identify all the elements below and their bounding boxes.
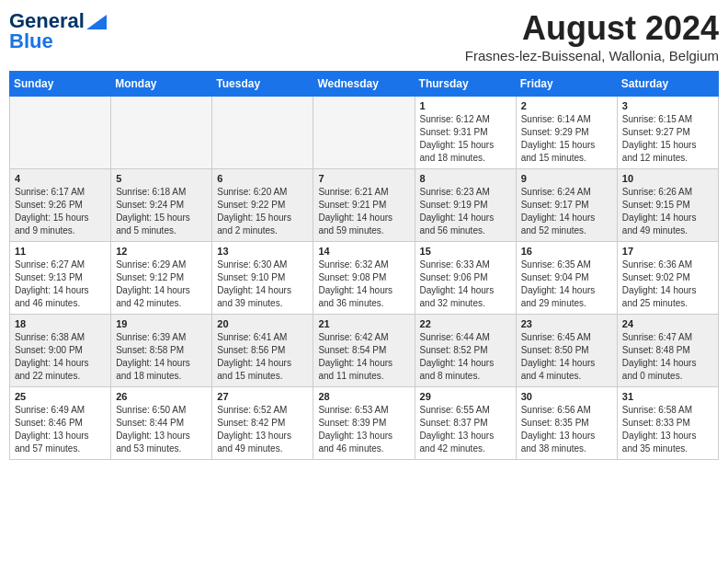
- day-number: 28: [318, 391, 409, 402]
- day-info: Sunrise: 6:35 AMSunset: 9:04 PMDaylight:…: [521, 259, 612, 310]
- calendar-cell: 24Sunrise: 6:47 AMSunset: 8:48 PMDayligh…: [617, 315, 718, 387]
- day-info: Sunrise: 6:23 AMSunset: 9:19 PMDaylight:…: [420, 186, 511, 237]
- calendar-week-2: 4Sunrise: 6:17 AMSunset: 9:26 PMDaylight…: [10, 169, 719, 242]
- day-number: 12: [116, 246, 207, 257]
- calendar-cell: 25Sunrise: 6:49 AMSunset: 8:46 PMDayligh…: [10, 387, 111, 460]
- page-header: General Blue August 2024 Frasnes-lez-Bui…: [9, 9, 719, 63]
- day-info: Sunrise: 6:15 AMSunset: 9:27 PMDaylight:…: [622, 113, 713, 165]
- svg-marker-0: [86, 15, 107, 29]
- day-number: 6: [217, 173, 308, 184]
- header-wednesday: Wednesday: [313, 72, 415, 97]
- day-info: Sunrise: 6:50 AMSunset: 8:44 PMDaylight:…: [116, 404, 207, 455]
- day-number: 13: [217, 246, 308, 257]
- day-info: Sunrise: 6:39 AMSunset: 8:58 PMDaylight:…: [116, 331, 207, 383]
- calendar-cell: 10Sunrise: 6:26 AMSunset: 9:15 PMDayligh…: [617, 169, 718, 242]
- calendar-cell: 20Sunrise: 6:41 AMSunset: 8:56 PMDayligh…: [212, 315, 313, 387]
- header-saturday: Saturday: [617, 72, 718, 97]
- day-info: Sunrise: 6:26 AMSunset: 9:15 PMDaylight:…: [622, 186, 713, 237]
- day-number: 1: [420, 100, 511, 111]
- calendar-cell: 23Sunrise: 6:45 AMSunset: 8:50 PMDayligh…: [516, 315, 617, 387]
- header-thursday: Thursday: [415, 72, 516, 97]
- day-info: Sunrise: 6:56 AMSunset: 8:35 PMDaylight:…: [521, 404, 612, 455]
- calendar-cell: 26Sunrise: 6:50 AMSunset: 8:44 PMDayligh…: [111, 387, 212, 460]
- calendar-header-row: SundayMondayTuesdayWednesdayThursdayFrid…: [10, 72, 719, 97]
- calendar-cell: 21Sunrise: 6:42 AMSunset: 8:54 PMDayligh…: [313, 315, 415, 387]
- calendar-cell: 15Sunrise: 6:33 AMSunset: 9:06 PMDayligh…: [415, 242, 516, 315]
- day-info: Sunrise: 6:38 AMSunset: 9:00 PMDaylight:…: [15, 331, 106, 383]
- calendar-cell: 11Sunrise: 6:27 AMSunset: 9:13 PMDayligh…: [10, 242, 111, 315]
- day-info: Sunrise: 6:30 AMSunset: 9:10 PMDaylight:…: [217, 259, 308, 310]
- day-info: Sunrise: 6:41 AMSunset: 8:56 PMDaylight:…: [217, 331, 308, 383]
- day-number: 22: [420, 318, 511, 329]
- day-number: 7: [318, 173, 409, 184]
- logo: General Blue: [9, 9, 107, 53]
- day-number: 18: [15, 318, 106, 329]
- calendar-table: SundayMondayTuesdayWednesdayThursdayFrid…: [9, 71, 719, 460]
- day-number: 3: [622, 100, 713, 111]
- calendar-cell: 5Sunrise: 6:18 AMSunset: 9:24 PMDaylight…: [111, 169, 212, 242]
- day-number: 8: [420, 173, 511, 184]
- calendar-cell: 19Sunrise: 6:39 AMSunset: 8:58 PMDayligh…: [111, 315, 212, 387]
- calendar-cell: [212, 97, 313, 169]
- calendar-cell: 18Sunrise: 6:38 AMSunset: 9:00 PMDayligh…: [10, 315, 111, 387]
- calendar-cell: [10, 97, 111, 169]
- day-info: Sunrise: 6:44 AMSunset: 8:52 PMDaylight:…: [420, 331, 511, 383]
- day-info: Sunrise: 6:12 AMSunset: 9:31 PMDaylight:…: [420, 113, 511, 165]
- day-info: Sunrise: 6:17 AMSunset: 9:26 PMDaylight:…: [15, 186, 106, 237]
- calendar-cell: 22Sunrise: 6:44 AMSunset: 8:52 PMDayligh…: [415, 315, 516, 387]
- day-number: 2: [521, 100, 612, 111]
- calendar-cell: 14Sunrise: 6:32 AMSunset: 9:08 PMDayligh…: [313, 242, 415, 315]
- calendar-week-5: 25Sunrise: 6:49 AMSunset: 8:46 PMDayligh…: [10, 387, 719, 460]
- day-number: 16: [521, 246, 612, 257]
- day-number: 9: [521, 173, 612, 184]
- day-number: 30: [521, 391, 612, 402]
- logo-icon: [86, 15, 107, 29]
- calendar-cell: [313, 97, 415, 169]
- day-number: 21: [318, 318, 409, 329]
- day-number: 14: [318, 246, 409, 257]
- day-number: 29: [420, 391, 511, 402]
- day-info: Sunrise: 6:52 AMSunset: 8:42 PMDaylight:…: [217, 404, 308, 455]
- day-info: Sunrise: 6:49 AMSunset: 8:46 PMDaylight:…: [15, 404, 106, 455]
- day-info: Sunrise: 6:24 AMSunset: 9:17 PMDaylight:…: [521, 186, 612, 237]
- calendar-cell: 4Sunrise: 6:17 AMSunset: 9:26 PMDaylight…: [10, 169, 111, 242]
- day-info: Sunrise: 6:55 AMSunset: 8:37 PMDaylight:…: [420, 404, 511, 455]
- location: Frasnes-lez-Buissenal, Wallonia, Belgium: [465, 48, 719, 63]
- calendar-cell: 29Sunrise: 6:55 AMSunset: 8:37 PMDayligh…: [415, 387, 516, 460]
- calendar-cell: 31Sunrise: 6:58 AMSunset: 8:33 PMDayligh…: [617, 387, 718, 460]
- day-info: Sunrise: 6:21 AMSunset: 9:21 PMDaylight:…: [318, 186, 409, 237]
- calendar-cell: 8Sunrise: 6:23 AMSunset: 9:19 PMDaylight…: [415, 169, 516, 242]
- day-info: Sunrise: 6:18 AMSunset: 9:24 PMDaylight:…: [116, 186, 207, 237]
- calendar-cell: 28Sunrise: 6:53 AMSunset: 8:39 PMDayligh…: [313, 387, 415, 460]
- calendar-week-4: 18Sunrise: 6:38 AMSunset: 9:00 PMDayligh…: [10, 315, 719, 387]
- day-info: Sunrise: 6:27 AMSunset: 9:13 PMDaylight:…: [15, 259, 106, 310]
- calendar-cell: 7Sunrise: 6:21 AMSunset: 9:21 PMDaylight…: [313, 169, 415, 242]
- day-info: Sunrise: 6:42 AMSunset: 8:54 PMDaylight:…: [318, 331, 409, 383]
- day-number: 17: [622, 246, 713, 257]
- calendar-week-1: 1Sunrise: 6:12 AMSunset: 9:31 PMDaylight…: [10, 97, 719, 169]
- day-number: 23: [521, 318, 612, 329]
- day-number: 19: [116, 318, 207, 329]
- header-tuesday: Tuesday: [212, 72, 313, 97]
- day-number: 25: [15, 391, 106, 402]
- calendar-cell: 6Sunrise: 6:20 AMSunset: 9:22 PMDaylight…: [212, 169, 313, 242]
- day-number: 5: [116, 173, 207, 184]
- day-number: 26: [116, 391, 207, 402]
- header-friday: Friday: [516, 72, 617, 97]
- day-number: 31: [622, 391, 713, 402]
- calendar-cell: 12Sunrise: 6:29 AMSunset: 9:12 PMDayligh…: [111, 242, 212, 315]
- calendar-cell: 9Sunrise: 6:24 AMSunset: 9:17 PMDaylight…: [516, 169, 617, 242]
- calendar-cell: 3Sunrise: 6:15 AMSunset: 9:27 PMDaylight…: [617, 97, 718, 169]
- day-info: Sunrise: 6:33 AMSunset: 9:06 PMDaylight:…: [420, 259, 511, 310]
- day-number: 24: [622, 318, 713, 329]
- day-info: Sunrise: 6:47 AMSunset: 8:48 PMDaylight:…: [622, 331, 713, 383]
- day-info: Sunrise: 6:29 AMSunset: 9:12 PMDaylight:…: [116, 259, 207, 310]
- day-info: Sunrise: 6:14 AMSunset: 9:29 PMDaylight:…: [521, 113, 612, 165]
- day-number: 27: [217, 391, 308, 402]
- day-info: Sunrise: 6:36 AMSunset: 9:02 PMDaylight:…: [622, 259, 713, 310]
- day-number: 11: [15, 246, 106, 257]
- day-info: Sunrise: 6:32 AMSunset: 9:08 PMDaylight:…: [318, 259, 409, 310]
- day-info: Sunrise: 6:53 AMSunset: 8:39 PMDaylight:…: [318, 404, 409, 455]
- logo-blue: Blue: [9, 29, 53, 53]
- header-monday: Monday: [111, 72, 212, 97]
